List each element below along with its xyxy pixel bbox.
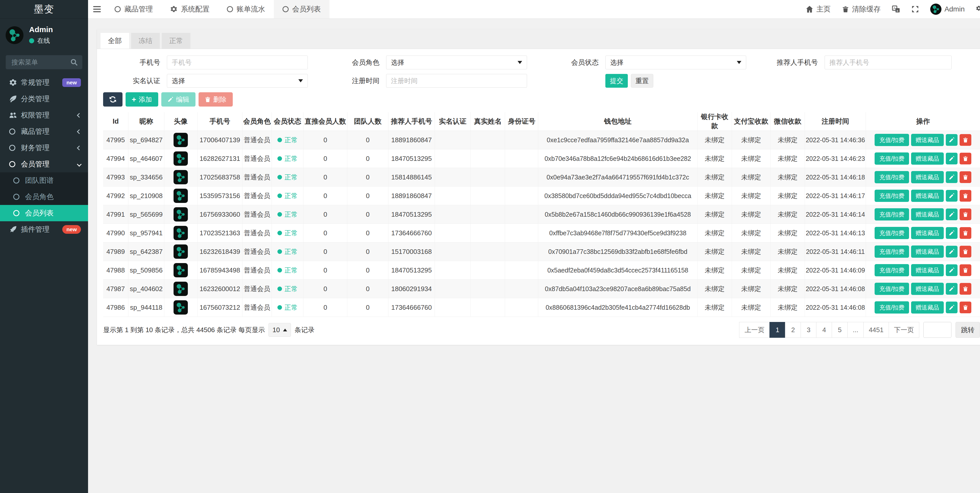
- page-size-select[interactable]: 10: [269, 323, 291, 337]
- edit-row-button[interactable]: [946, 134, 958, 146]
- search-icon[interactable]: [70, 59, 78, 66]
- page-button-5[interactable]: 5: [832, 322, 848, 338]
- gift-collection-button[interactable]: 赠送藏品: [911, 208, 944, 220]
- table-row[interactable]: 47987 sp_404602 16232600012 普通会员 正常 0 0 …: [103, 280, 980, 298]
- gift-collection-button[interactable]: 赠送藏品: [911, 134, 944, 146]
- clear-cache-button[interactable]: 清除缓存: [842, 4, 881, 14]
- delete-row-button[interactable]: [959, 171, 971, 183]
- recharge-deduct-button[interactable]: 充值/扣费: [875, 171, 909, 183]
- navbar-user[interactable]: Admin: [930, 3, 965, 15]
- phone-input[interactable]: [167, 55, 308, 69]
- language-icon[interactable]: Aa: [892, 5, 900, 13]
- edit-row-button[interactable]: [946, 153, 958, 165]
- sidebar-item-permission[interactable]: 权限管理: [0, 107, 88, 124]
- topnav-tab-collection[interactable]: 藏品管理: [106, 0, 162, 18]
- page-button-1[interactable]: 1: [770, 322, 785, 338]
- delete-row-button[interactable]: [959, 283, 971, 295]
- member-status-select[interactable]: 选择: [605, 55, 746, 69]
- settings-gears-icon[interactable]: [976, 5, 980, 13]
- col-referrer-phone[interactable]: 推荐人手机号: [388, 112, 435, 131]
- recharge-deduct-button[interactable]: 充值/扣费: [875, 283, 909, 295]
- recharge-deduct-button[interactable]: 充值/扣费: [875, 208, 909, 220]
- delete-row-button[interactable]: [959, 153, 971, 165]
- delete-row-button[interactable]: [959, 209, 971, 220]
- tab-frozen[interactable]: 冻结: [131, 33, 160, 49]
- sidebar-item-finance[interactable]: 财务管理: [0, 140, 88, 156]
- delete-button[interactable]: 删除: [199, 92, 233, 106]
- table-row[interactable]: 47988 sp_509856 16785943498 普通会员 正常 0 0 …: [103, 261, 980, 280]
- recharge-deduct-button[interactable]: 充值/扣费: [875, 190, 909, 202]
- col-avatar[interactable]: 头像: [164, 112, 197, 131]
- add-button[interactable]: + 添加: [126, 92, 158, 106]
- sidebar-item-category[interactable]: 分类管理: [0, 91, 88, 107]
- sidebar-item-collection[interactable]: 藏品管理: [0, 124, 88, 140]
- home-link[interactable]: 主页: [806, 4, 831, 14]
- table-row[interactable]: 47993 sp_334656 17025683758 普通会员 正常 0 0 …: [103, 168, 980, 187]
- topnav-tab-system-config[interactable]: 系统配置: [162, 0, 218, 18]
- page-button-下一页[interactable]: 下一页: [889, 322, 919, 338]
- gift-collection-button[interactable]: 赠送藏品: [911, 283, 944, 295]
- delete-row-button[interactable]: [959, 134, 971, 146]
- edit-row-button[interactable]: [946, 227, 958, 239]
- page-jump-input[interactable]: [923, 322, 951, 338]
- sidebar-item-plugin[interactable]: 插件管理 new: [0, 221, 88, 238]
- sidebar-item-member-role[interactable]: 会员角色: [0, 189, 88, 205]
- col-id[interactable]: Id: [103, 112, 128, 131]
- col-wallet[interactable]: 钱包地址: [538, 112, 697, 131]
- col-register-time[interactable]: 注册时间: [805, 112, 866, 131]
- recharge-deduct-button[interactable]: 充值/扣费: [875, 134, 909, 146]
- sidebar-item-general[interactable]: 常规管理 new: [0, 75, 88, 91]
- hamburger-menu-icon[interactable]: [88, 6, 106, 12]
- sidebar-item-member-list[interactable]: 会员列表: [0, 205, 88, 221]
- gift-collection-button[interactable]: 赠送藏品: [911, 152, 944, 165]
- col-phone[interactable]: 手机号: [197, 112, 242, 131]
- recharge-deduct-button[interactable]: 充值/扣费: [875, 246, 909, 258]
- fullscreen-icon[interactable]: [912, 5, 919, 13]
- recharge-deduct-button[interactable]: 充值/扣费: [875, 301, 909, 314]
- page-button-4[interactable]: 4: [816, 322, 832, 338]
- col-real-name-auth[interactable]: 实名认证: [434, 112, 470, 131]
- col-team-count[interactable]: 团队人数: [347, 112, 388, 131]
- gift-collection-button[interactable]: 赠送藏品: [911, 301, 944, 314]
- delete-row-button[interactable]: [959, 246, 971, 257]
- recharge-deduct-button[interactable]: 充值/扣费: [875, 227, 909, 239]
- table-row[interactable]: 47994 sp_464607 16282627131 普通会员 正常 0 0 …: [103, 149, 980, 168]
- reset-button[interactable]: 重置: [631, 74, 653, 88]
- edit-row-button[interactable]: [946, 190, 958, 201]
- col-direct-count[interactable]: 直推会员人数: [304, 112, 347, 131]
- gift-collection-button[interactable]: 赠送藏品: [911, 246, 944, 258]
- page-button-3[interactable]: 3: [800, 322, 816, 338]
- col-id-card[interactable]: 身份证号: [505, 112, 538, 131]
- table-row[interactable]: 47991 sp_565699 16756933060 普通会员 正常 0 0 …: [103, 205, 980, 224]
- col-bank[interactable]: 银行卡收款: [697, 112, 732, 131]
- page-button-上一页[interactable]: 上一页: [739, 322, 770, 338]
- edit-row-button[interactable]: [946, 209, 958, 220]
- page-button-4451[interactable]: 4451: [863, 322, 889, 338]
- tab-all[interactable]: 全部: [100, 33, 129, 49]
- page-button-...[interactable]: ...: [847, 322, 864, 338]
- edit-row-button[interactable]: [946, 246, 958, 257]
- sidebar-item-team-graph[interactable]: 团队图谱: [0, 172, 88, 189]
- table-row[interactable]: 47995 sp_694827 17006407139 普通会员 正常 0 0 …: [103, 131, 980, 149]
- submit-button[interactable]: 提交: [605, 74, 628, 88]
- edit-row-button[interactable]: [946, 283, 958, 295]
- delete-row-button[interactable]: [959, 190, 971, 201]
- page-button-2[interactable]: 2: [785, 322, 801, 338]
- edit-row-button[interactable]: [946, 264, 958, 276]
- recharge-deduct-button[interactable]: 充值/扣费: [875, 152, 909, 165]
- gift-collection-button[interactable]: 赠送藏品: [911, 227, 944, 239]
- referrer-phone-input[interactable]: [824, 55, 952, 69]
- refresh-button[interactable]: [103, 92, 123, 106]
- tab-normal[interactable]: 正常: [162, 33, 190, 49]
- table-row[interactable]: 47990 sp_957941 17023521363 普通会员 正常 0 0 …: [103, 224, 980, 243]
- sidebar-item-member[interactable]: 会员管理: [0, 156, 88, 172]
- topnav-tab-bill-flow[interactable]: 账单流水: [218, 0, 274, 18]
- delete-row-button[interactable]: [959, 301, 971, 313]
- table-row[interactable]: 47992 sp_210908 15359573156 普通会员 正常 0 0 …: [103, 187, 980, 205]
- edit-button[interactable]: 编辑: [161, 92, 196, 106]
- member-role-select[interactable]: 选择: [386, 55, 527, 69]
- table-row[interactable]: 47986 sp_944118 16756073212 普通会员 正常 0 0 …: [103, 298, 980, 317]
- col-status[interactable]: 会员状态: [272, 112, 304, 131]
- delete-row-button[interactable]: [959, 264, 971, 276]
- recharge-deduct-button[interactable]: 充值/扣费: [875, 264, 909, 276]
